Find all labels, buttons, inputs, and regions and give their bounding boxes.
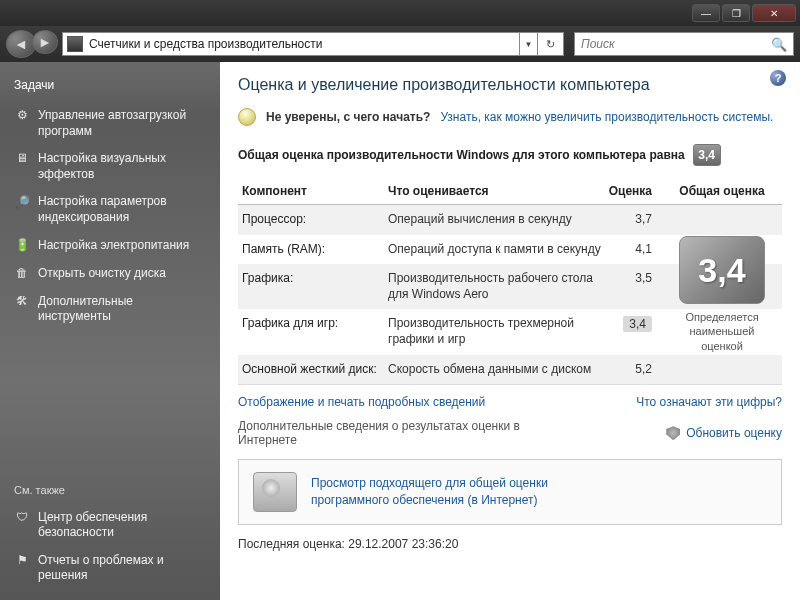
seealso-label: Центр обеспечения безопасности (38, 510, 206, 541)
sidebar-task-2[interactable]: 🔎Настройка параметров индексирования (4, 188, 216, 231)
summary-text: Общая оценка производительности Windows … (238, 148, 685, 162)
col-score: Оценка (602, 184, 662, 198)
minimize-button[interactable]: — (692, 4, 720, 22)
seealso-icon: ⚑ (14, 553, 30, 569)
summary-score-badge: 3,4 (693, 144, 721, 166)
seealso-item-1[interactable]: ⚑Отчеты о проблемах и решения (4, 547, 216, 590)
col-what: Что оценивается (388, 184, 602, 198)
breadcrumb-icon (67, 36, 83, 52)
cell-component: Графика для игр: (238, 316, 388, 347)
help-icon[interactable]: ? (770, 70, 786, 86)
sidebar-task-1[interactable]: 🖥Настройка визуальных эффектов (4, 145, 216, 188)
sidebar-heading: Задачи (0, 72, 220, 102)
cell-score: 4,1 (602, 242, 662, 258)
overall-caption: Определяется наименьшей оценкой (668, 310, 776, 353)
seealso-icon: 🛡 (14, 510, 30, 526)
shield-icon (666, 426, 680, 440)
cell-score: 5,2 (602, 362, 662, 378)
cell-component: Процессор: (238, 212, 388, 228)
search-input[interactable] (581, 37, 761, 51)
main-panel: ? Оценка и увеличение производительности… (220, 62, 800, 600)
cell-component: Память (RAM): (238, 242, 388, 258)
table-header: Компонент Что оценивается Оценка Общая о… (238, 178, 782, 205)
breadcrumb[interactable]: Счетчики и средства производительности (62, 32, 520, 56)
cell-component: Основной жесткий диск: (238, 362, 388, 378)
details-link[interactable]: Отображение и печать подробных сведений (238, 395, 485, 409)
cell-score: 3,7 (602, 212, 662, 228)
sidebar: Задачи ⚙Управление автозагрузкой програм… (0, 62, 220, 600)
task-icon: 🔎 (14, 194, 30, 210)
overall-column: 3,4 Определяется наименьшей оценкой (662, 205, 782, 384)
seealso-item-0[interactable]: 🛡Центр обеспечения безопасности (4, 504, 216, 547)
task-label: Настройка электропитания (38, 238, 189, 254)
close-button[interactable]: ✕ (752, 4, 796, 22)
maximize-button[interactable]: ❐ (722, 4, 750, 22)
sidebar-task-3[interactable]: 🔋Настройка электропитания (4, 232, 216, 260)
sidebar-task-0[interactable]: ⚙Управление автозагрузкой программ (4, 102, 216, 145)
cell-what: Производительность рабочего стола для Wi… (388, 271, 602, 302)
task-icon: 🔋 (14, 238, 30, 254)
search-box[interactable]: 🔍 (574, 32, 794, 56)
task-label: Управление автозагрузкой программ (38, 108, 206, 139)
page-title: Оценка и увеличение производительности к… (238, 76, 782, 94)
sidebar-task-4[interactable]: 🗑Открыть очистку диска (4, 260, 216, 288)
seealso-heading: См. также (4, 476, 216, 504)
task-icon: ⚙ (14, 108, 30, 124)
cell-score: 3,4 (602, 316, 662, 347)
hint-question: Не уверены, с чего начать? (266, 110, 430, 124)
cell-what: Операций вычисления в секунду (388, 212, 602, 228)
task-label: Настройка визуальных эффектов (38, 151, 206, 182)
navbar: ◄ ► Счетчики и средства производительнос… (0, 26, 800, 62)
bulb-icon (238, 108, 256, 126)
meaning-link[interactable]: Что означают эти цифры? (636, 395, 782, 409)
cell-component: Графика: (238, 271, 388, 302)
refresh-score-label: Обновить оценку (686, 426, 782, 440)
hint-link[interactable]: Узнать, как можно увеличить производител… (440, 110, 773, 124)
cell-what: Производительность трехмерной графики и … (388, 316, 602, 347)
task-label: Настройка параметров индексирования (38, 194, 206, 225)
breadcrumb-dropdown[interactable]: ▼ (520, 32, 538, 56)
task-label: Дополнительные инструменты (38, 294, 206, 325)
task-icon: 🖥 (14, 151, 30, 167)
task-icon: 🛠 (14, 294, 30, 310)
breadcrumb-text: Счетчики и средства производительности (89, 37, 322, 51)
table-body: 3,4 Определяется наименьшей оценкой Проц… (238, 205, 782, 384)
software-link[interactable]: Просмотр подходящего для общей оценки пр… (311, 475, 571, 509)
task-icon: 🗑 (14, 266, 30, 282)
cell-what: Операций доступа к памяти в секунду (388, 242, 602, 258)
col-component: Компонент (238, 184, 388, 198)
sidebar-task-5[interactable]: 🛠Дополнительные инструменты (4, 288, 216, 331)
col-overall: Общая оценка (662, 184, 782, 198)
software-box[interactable]: Просмотр подходящего для общей оценки пр… (238, 459, 782, 525)
refresh-score-link[interactable]: Обновить оценку (666, 419, 782, 447)
cell-score: 3,5 (602, 271, 662, 302)
last-assessment: Последняя оценка: 29.12.2007 23:36:20 (238, 537, 782, 551)
more-info-text: Дополнительные сведения о результатах оц… (238, 419, 558, 447)
search-icon: 🔍 (771, 37, 787, 52)
titlebar: — ❐ ✕ (0, 0, 800, 26)
overall-score-badge: 3,4 (679, 236, 765, 304)
hint-row: Не уверены, с чего начать? Узнать, как м… (238, 108, 782, 126)
nav-forward-button[interactable]: ► (32, 30, 58, 54)
seealso-label: Отчеты о проблемах и решения (38, 553, 206, 584)
cell-what: Скорость обмена данными с диском (388, 362, 602, 378)
summary-line: Общая оценка производительности Windows … (238, 144, 782, 166)
address-refresh-button[interactable]: ↻ (538, 32, 564, 56)
task-label: Открыть очистку диска (38, 266, 166, 282)
software-icon (253, 472, 297, 512)
